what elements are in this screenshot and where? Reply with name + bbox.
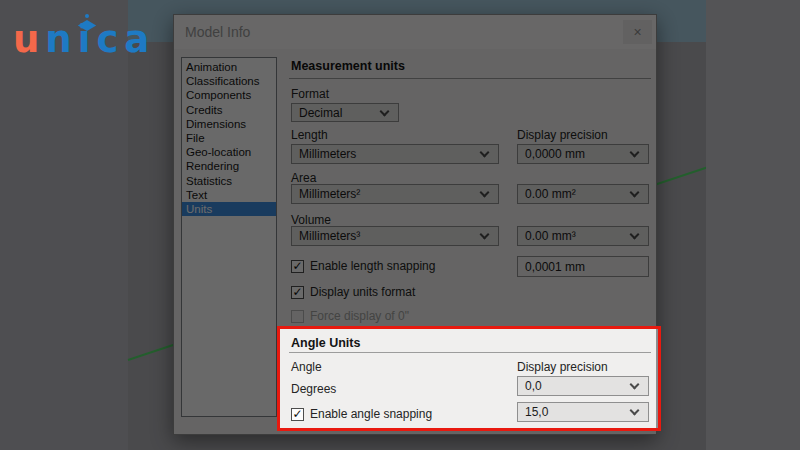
length-unit-value: Millimeters: [299, 147, 356, 161]
force-display-checkbox: ✓: [291, 310, 304, 323]
logo-letter: n: [45, 18, 77, 61]
sidebar-item-geo-location[interactable]: Geo-location: [182, 145, 276, 159]
sidebar-item-credits[interactable]: Credits: [182, 103, 276, 117]
chevron-down-icon: [630, 406, 640, 416]
display-units-format-checkbox[interactable]: ✓: [291, 286, 304, 299]
area-unit-dropdown[interactable]: Millimeters²: [291, 184, 499, 204]
close-button[interactable]: ×: [623, 20, 652, 44]
chevron-down-icon: [630, 188, 640, 198]
sidebar-item-animation[interactable]: Animation: [182, 60, 276, 74]
angle-unit-value: Degrees: [291, 382, 336, 396]
left-panel: [0, 0, 128, 450]
chevron-down-icon: [480, 230, 490, 240]
display-precision-label: Display precision: [517, 128, 608, 142]
angle-snapping-value: 15,0: [525, 405, 548, 419]
angle-display-precision-label: Display precision: [517, 360, 608, 374]
angle-snapping-dropdown[interactable]: 15,0: [517, 402, 649, 422]
close-icon: ×: [633, 24, 641, 40]
enable-angle-snapping-checkbox[interactable]: ✓: [291, 408, 304, 421]
volume-precision-value: 0.00 mm³: [525, 229, 576, 243]
sidebar-item-classifications[interactable]: Classifications: [182, 74, 276, 88]
sidebar-item-rendering[interactable]: Rendering: [182, 159, 276, 173]
display-units-format-row: ✓ Display units format: [291, 284, 415, 300]
angle-units-heading: Angle Units: [291, 336, 360, 350]
length-unit-dropdown[interactable]: Millimeters: [291, 144, 499, 164]
sidebar-item-text[interactable]: Text: [182, 188, 276, 202]
dialog-titlebar[interactable]: Model Info ×: [174, 15, 656, 49]
right-panel: [706, 0, 800, 450]
angle-precision-dropdown[interactable]: 0,0: [517, 376, 649, 396]
enable-length-snapping-checkbox[interactable]: ✓: [291, 260, 304, 273]
format-value: Decimal: [299, 106, 342, 120]
logo-letter-i: i: [78, 18, 97, 61]
area-label: Area: [291, 171, 316, 185]
section-divider: [289, 352, 651, 353]
check-icon: ✓: [292, 408, 302, 420]
chevron-down-icon: [380, 106, 390, 116]
enable-angle-snapping-row: ✓ Enable angle snapping: [291, 406, 432, 422]
sidebar-item-file[interactable]: File: [182, 131, 276, 145]
display-units-format-label: Display units format: [310, 285, 415, 299]
area-precision-value: 0.00 mm²: [525, 187, 576, 201]
sidebar-item-units[interactable]: Units: [182, 202, 276, 216]
length-precision-dropdown[interactable]: 0,0000 mm: [517, 144, 649, 164]
model-info-dialog: Model Info × Animation Classifications C…: [173, 14, 657, 435]
chevron-down-icon: [630, 380, 640, 390]
length-label: Length: [291, 128, 328, 142]
area-precision-dropdown[interactable]: 0.00 mm²: [517, 184, 649, 204]
chevron-down-icon: [630, 148, 640, 158]
enable-angle-snapping-label: Enable angle snapping: [310, 407, 432, 421]
volume-unit-value: Millimeters³: [299, 229, 360, 243]
screenshot-stage: unica Model Info × Animation Classificat…: [0, 0, 800, 450]
logo-letter: a: [124, 18, 155, 61]
logo-letter: c: [96, 18, 124, 61]
force-display-label: Force display of 0": [310, 309, 409, 323]
logo-letter: u: [13, 18, 45, 61]
volume-label: Volume: [291, 213, 331, 227]
enable-length-snapping-row: ✓ Enable length snapping: [291, 258, 435, 274]
measurement-units-heading: Measurement units: [291, 59, 405, 73]
format-label: Format: [291, 87, 329, 101]
graduation-cap-button-icon: [85, 14, 89, 18]
chevron-down-icon: [480, 188, 490, 198]
section-divider: [289, 78, 651, 79]
sidebar-item-statistics[interactable]: Statistics: [182, 174, 276, 188]
sidebar-item-components[interactable]: Components: [182, 88, 276, 102]
check-icon: ✓: [292, 260, 302, 272]
dialog-title: Model Info: [185, 15, 250, 49]
check-icon: ✓: [292, 286, 302, 298]
volume-precision-dropdown[interactable]: 0.00 mm³: [517, 226, 649, 246]
angle-label: Angle: [291, 360, 322, 374]
brand-logo: unica: [13, 18, 155, 61]
category-list: Animation Classifications Components Cre…: [181, 57, 277, 417]
chevron-down-icon: [480, 148, 490, 158]
area-unit-value: Millimeters²: [299, 187, 360, 201]
format-dropdown[interactable]: Decimal: [291, 103, 399, 122]
length-snapping-input[interactable]: [517, 256, 649, 277]
angle-precision-value: 0,0: [525, 379, 542, 393]
volume-unit-dropdown[interactable]: Millimeters³: [291, 226, 499, 246]
length-precision-value: 0,0000 mm: [525, 147, 585, 161]
enable-length-snapping-label: Enable length snapping: [310, 259, 435, 273]
sidebar-item-dimensions[interactable]: Dimensions: [182, 117, 276, 131]
force-display-row: ✓ Force display of 0": [291, 308, 409, 324]
chevron-down-icon: [630, 230, 640, 240]
